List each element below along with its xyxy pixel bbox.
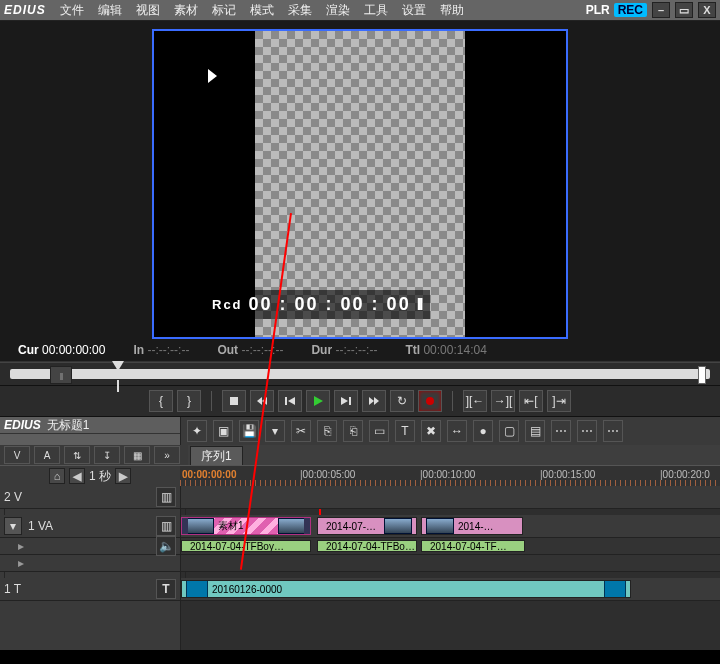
clip-video-3[interactable]: 2014-… xyxy=(421,517,523,535)
toolbar-extra-1[interactable]: ↧ xyxy=(94,446,120,464)
menu-render[interactable]: 渲染 xyxy=(320,0,356,21)
menu-file[interactable]: 文件 xyxy=(54,0,90,21)
lane-2v[interactable] xyxy=(181,486,720,509)
tool-insert-clip[interactable]: ⎘ xyxy=(317,420,337,442)
menu-tools[interactable]: 工具 xyxy=(358,0,394,21)
menu-edit[interactable]: 编辑 xyxy=(92,0,128,21)
overwrite-button[interactable]: ]⇥ xyxy=(547,390,571,412)
time-ruler[interactable]: 00:00:00:00 |00:00:05:00 |00:00:10:00 |0… xyxy=(180,466,720,486)
lane-1va-audio[interactable]: 2014-07-04-TFBoy… 2014-07-04-TFBo… 2014-… xyxy=(181,538,720,555)
recorder-monitor[interactable]: Rcd 00 : 00 : 00 : 00 II xyxy=(152,29,568,339)
ttl-value[interactable]: 00:00:14:04 xyxy=(423,343,486,357)
track-patch-icon[interactable]: ▥ xyxy=(156,487,176,507)
tool-render[interactable]: ▤ xyxy=(525,420,545,442)
menu-view[interactable]: 视图 xyxy=(130,0,166,21)
out-value[interactable]: --:--:--:-- xyxy=(241,343,283,357)
clip-thumb-right xyxy=(604,580,626,598)
scrub-playhead[interactable] xyxy=(112,361,124,371)
ruler-tick: |00:00:05:00 xyxy=(300,469,355,480)
fast-forward-button[interactable] xyxy=(362,390,386,412)
track-mute-icon[interactable]: 🔈 xyxy=(156,536,176,556)
tool-title[interactable]: T xyxy=(395,420,415,442)
minimize-button[interactable]: – xyxy=(652,2,670,18)
tool-more1[interactable]: ⋯ xyxy=(551,420,571,442)
toggle-v-button[interactable]: V xyxy=(4,446,30,464)
toggle-va-button[interactable]: ⇅ xyxy=(64,446,90,464)
tool-gap-delete[interactable]: ↔ xyxy=(447,420,467,442)
in-value[interactable]: --:--:--:-- xyxy=(147,343,189,357)
menu-capture[interactable]: 采集 xyxy=(282,0,318,21)
track-header-1t[interactable]: 1 T T xyxy=(0,578,180,601)
dur-label: Dur xyxy=(311,343,332,357)
menu-mode[interactable]: 模式 xyxy=(244,0,280,21)
tool-more2[interactable]: ⋯ xyxy=(577,420,597,442)
cur-value[interactable]: 00:00:00:00 xyxy=(42,343,105,357)
clip-title[interactable]: 20160126-0000 xyxy=(181,580,631,598)
mode-plr[interactable]: PLR xyxy=(586,3,610,17)
zoom-home-icon[interactable]: ⌂ xyxy=(49,468,65,484)
set-in-button[interactable]: { xyxy=(149,390,173,412)
next-frame-button[interactable] xyxy=(334,390,358,412)
prev-frame-button[interactable] xyxy=(278,390,302,412)
tool-save[interactable]: 💾 xyxy=(239,420,259,442)
dur-value[interactable]: --:--:--:-- xyxy=(335,343,377,357)
menu-clip[interactable]: 素材 xyxy=(168,0,204,21)
sequence-tab[interactable]: 序列1 xyxy=(190,446,243,465)
clip-audio-2[interactable]: 2014-07-04-TFBo… xyxy=(317,540,417,552)
clip-thumb-right xyxy=(278,518,306,534)
track-header-2v[interactable]: 2 V ▥ xyxy=(0,486,180,509)
mode-rec[interactable]: REC xyxy=(614,3,647,17)
track-patch-icon[interactable]: ▥ xyxy=(156,516,176,536)
toggle-a-button[interactable]: A xyxy=(34,446,60,464)
close-button[interactable]: X xyxy=(698,2,716,18)
toolbar-expand[interactable]: » xyxy=(154,446,180,464)
clip-video-2[interactable]: 2014-07-… xyxy=(317,517,417,535)
lane-1va-video[interactable]: 素材1 2014-07-… 2014-… xyxy=(181,515,720,538)
menu-help[interactable]: 帮助 xyxy=(434,0,470,21)
tool-open[interactable]: ▣ xyxy=(213,420,233,442)
insert-button[interactable]: ⇤[ xyxy=(519,390,543,412)
next-edit-button[interactable]: →][ xyxy=(491,390,515,412)
clip-edge-left[interactable] xyxy=(182,518,188,534)
shuttle-end-marker[interactable] xyxy=(698,366,706,384)
lane-1va-sub2[interactable] xyxy=(181,555,720,572)
shuttle-bar[interactable] xyxy=(0,362,720,386)
track-1va-expand-video[interactable]: ▸ 🔈 xyxy=(0,538,180,555)
track-type-title-icon[interactable]: T xyxy=(156,579,176,599)
zoom-control: ⌂ ◀ 1 秒 ▶ xyxy=(0,466,180,486)
zoom-prev-button[interactable]: ◀ xyxy=(69,468,85,484)
play-button[interactable] xyxy=(306,390,330,412)
tool-more3[interactable]: ⋯ xyxy=(603,420,623,442)
track-1va-expand-audio[interactable]: ▸ xyxy=(0,555,180,572)
zoom-next-button[interactable]: ▶ xyxy=(115,468,131,484)
tool-split[interactable]: ● xyxy=(473,420,493,442)
menu-settings[interactable]: 设置 xyxy=(396,0,432,21)
set-out-button[interactable]: } xyxy=(177,390,201,412)
stop-button[interactable] xyxy=(222,390,246,412)
sequence-name[interactable]: 无标题1 xyxy=(47,417,90,434)
zoom-unit[interactable]: 1 秒 xyxy=(89,468,111,485)
shuttle-handle[interactable] xyxy=(50,366,72,384)
tool-cut[interactable]: ✂ xyxy=(291,420,311,442)
tool-overwrite-clip[interactable]: ⎗ xyxy=(343,420,363,442)
tool-transition[interactable]: ▢ xyxy=(499,420,519,442)
svg-marker-8 xyxy=(369,397,374,405)
tool-new[interactable]: ✦ xyxy=(187,420,207,442)
loop-button[interactable]: ↻ xyxy=(390,390,414,412)
tool-replace[interactable]: ▭ xyxy=(369,420,389,442)
menu-marker[interactable]: 标记 xyxy=(206,0,242,21)
clip-audio-3[interactable]: 2014-07-04-TF… xyxy=(421,540,525,552)
lane-1t[interactable]: 20160126-0000 xyxy=(181,578,720,601)
track-select-icon[interactable]: ▾ xyxy=(4,517,22,535)
clip-audio-1[interactable]: 2014-07-04-TFBoy… xyxy=(181,540,311,552)
restore-button[interactable]: ▭ xyxy=(675,2,693,18)
toolbar-extra-2[interactable]: ▦ xyxy=(124,446,150,464)
track-area[interactable]: 素材1 2014-07-… 2014-… 2014-07-04-TFBoy… 2… xyxy=(181,486,720,650)
preview-pane: Rcd 00 : 00 : 00 : 00 II Cur 00:00:00:00… xyxy=(0,21,720,362)
svg-rect-7 xyxy=(349,397,351,405)
track-header-1va[interactable]: ▾ 1 VA ▥ xyxy=(0,515,180,538)
prev-edit-button[interactable]: ][← xyxy=(463,390,487,412)
clip-edge-right[interactable] xyxy=(304,518,310,534)
tool-delete[interactable]: ✖ xyxy=(421,420,441,442)
record-button[interactable] xyxy=(418,390,442,412)
